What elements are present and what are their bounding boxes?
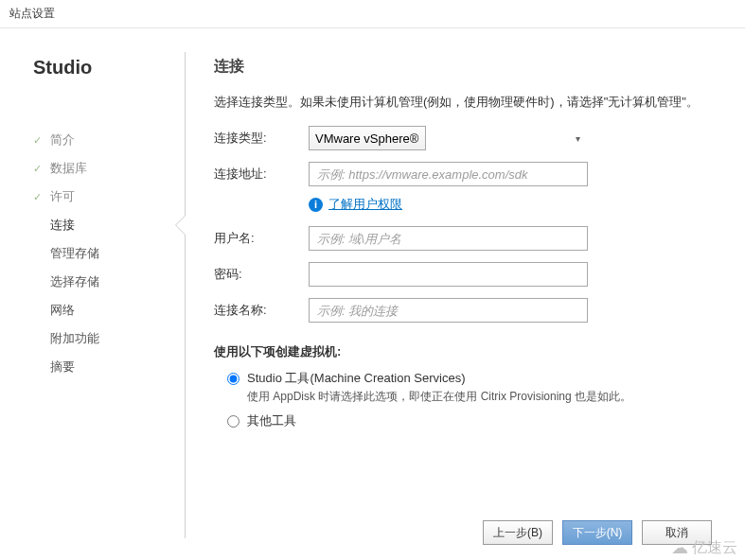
nav-item-database[interactable]: 数据库 (33, 154, 161, 183)
nav-label: 连接 (50, 217, 75, 234)
row-password: 密码: (214, 262, 712, 287)
nav-item-license[interactable]: 许可 (33, 183, 161, 211)
radio-label-studio: Studio 工具(Machine Creation Services) (247, 370, 631, 387)
chevron-down-icon: ▾ (576, 133, 580, 144)
nav-label: 许可 (50, 188, 75, 205)
radio-hint-studio: 使用 AppDisk 时请选择此选项，即使正在使用 Citrix Provisi… (247, 389, 631, 405)
radio-row-other-tools: 其他工具 (227, 412, 712, 429)
back-button[interactable]: 上一步(B) (483, 520, 553, 545)
nav-label: 摘要 (50, 359, 75, 376)
radio-row-studio-tools: Studio 工具(Machine Creation Services) 使用 … (227, 370, 712, 405)
nav-label: 网络 (50, 302, 75, 319)
conn-type-select-wrap: VMware vSphere® ▾ (309, 126, 588, 150)
nav-item-network[interactable]: 网络 (33, 296, 161, 324)
nav-item-intro[interactable]: 简介 (33, 126, 161, 154)
radio-label-other: 其他工具 (247, 412, 296, 429)
conn-name-input[interactable] (309, 298, 588, 323)
radio-other-tools[interactable] (227, 415, 239, 428)
radio-studio-tools[interactable] (227, 373, 239, 385)
nav-label: 选择存储 (50, 273, 99, 290)
info-icon: i (309, 198, 323, 212)
row-username: 用户名: (214, 226, 712, 251)
wizard-button-bar: 上一步(B) 下一步(N) 取消 (483, 520, 712, 545)
row-conn-type: 连接类型: VMware vSphere® ▾ (214, 126, 712, 150)
password-input[interactable] (309, 262, 588, 287)
nav-item-additional[interactable]: 附加功能 (33, 324, 161, 353)
next-button[interactable]: 下一步(N) (562, 520, 632, 545)
label-conn-addr: 连接地址: (214, 166, 309, 183)
row-perm-link: i 了解用户权限 (309, 196, 712, 213)
label-password: 密码: (214, 266, 309, 283)
label-conn-type: 连接类型: (214, 130, 309, 147)
main-panel: 连接 选择连接类型。如果未使用计算机管理(例如，使用物理硬件时)，请选择"无计算… (186, 28, 745, 560)
sidebar-brand: Studio (33, 57, 161, 79)
nav-label: 简介 (50, 131, 75, 149)
conn-addr-input[interactable] (309, 162, 588, 186)
window-title: 站点设置 (0, 0, 745, 28)
nav-label: 管理存储 (50, 245, 99, 262)
nav-label: 数据库 (50, 160, 87, 177)
user-permissions-link[interactable]: 了解用户权限 (328, 196, 402, 213)
nav-item-summary[interactable]: 摘要 (33, 353, 161, 381)
username-input[interactable] (309, 226, 588, 251)
nav-list: 简介 数据库 许可 连接 管理存储 选择存储 网络 附加功能 摘要 (33, 126, 161, 381)
row-conn-addr: 连接地址: (214, 162, 712, 186)
vm-section-heading: 使用以下项创建虚拟机: (214, 343, 712, 360)
row-conn-name: 连接名称: (214, 298, 712, 323)
label-username: 用户名: (214, 230, 309, 247)
radio-content: Studio 工具(Machine Creation Services) 使用 … (247, 370, 631, 405)
conn-type-select[interactable]: VMware vSphere® (309, 126, 426, 150)
nav-item-connection[interactable]: 连接 (33, 211, 161, 239)
sidebar: Studio 简介 数据库 许可 连接 管理存储 选择存储 网络 附加功能 摘要 (0, 28, 185, 560)
cancel-button[interactable]: 取消 (642, 520, 712, 545)
nav-label: 附加功能 (50, 330, 99, 347)
page-description: 选择连接类型。如果未使用计算机管理(例如，使用物理硬件时)，请选择"无计算机管理… (214, 94, 712, 111)
nav-item-select-storage[interactable]: 选择存储 (33, 268, 161, 296)
label-conn-name: 连接名称: (214, 302, 309, 319)
wizard-container: Studio 简介 数据库 许可 连接 管理存储 选择存储 网络 附加功能 摘要… (0, 28, 745, 560)
nav-item-manage-storage[interactable]: 管理存储 (33, 239, 161, 268)
page-title: 连接 (214, 57, 712, 77)
